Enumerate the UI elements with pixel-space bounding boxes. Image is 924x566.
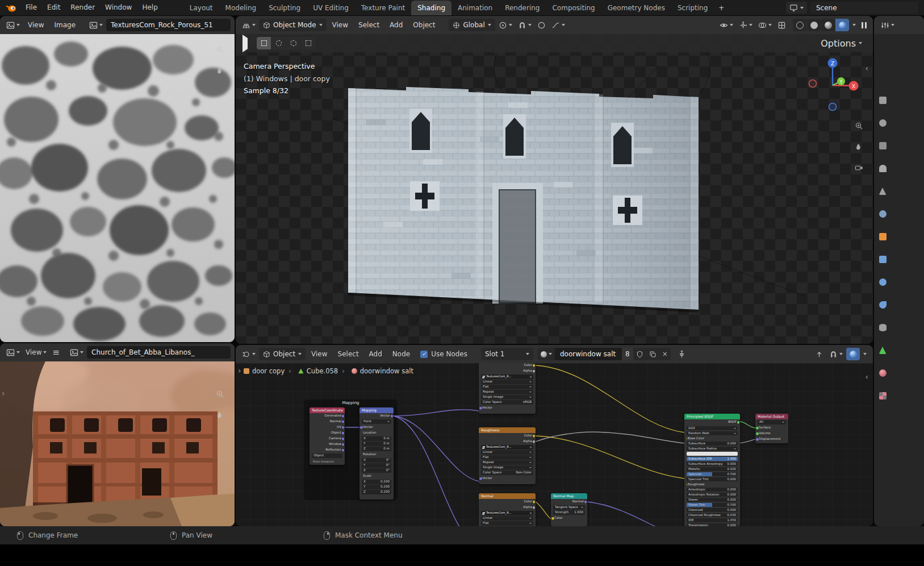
- properties-tab[interactable]: [879, 119, 887, 127]
- shading-rendered-button[interactable]: [835, 19, 849, 31]
- mode-dropdown[interactable]: Object Mode: [259, 19, 327, 31]
- go-to-parent-button[interactable]: [813, 348, 826, 360]
- node-image-texture-normal[interactable]: Normal Color Alpha TexturesCom_R... Line…: [479, 493, 536, 526]
- node-dropdown[interactable]: Repeat: [481, 390, 533, 394]
- proportional-edit-toggle[interactable]: [535, 19, 548, 31]
- node-input-socket[interactable]: Vector: [359, 424, 394, 430]
- workspace-tab[interactable]: Sculpting: [262, 1, 307, 15]
- editor-type-button[interactable]: [4, 19, 22, 31]
- shader-menu-item[interactable]: Select: [333, 345, 363, 363]
- node-input-socket[interactable]: Vector: [479, 405, 536, 411]
- node-output-socket[interactable]: BSDF: [684, 419, 740, 425]
- unlink-x-icon[interactable]: [529, 511, 532, 515]
- sidebar-toggle-icon[interactable]: [865, 64, 868, 73]
- shading-solid-button[interactable]: [807, 19, 821, 31]
- editor-type-button[interactable]: [240, 348, 258, 360]
- select-circle-button[interactable]: [271, 37, 286, 49]
- reference-photo-view[interactable]: [0, 361, 235, 526]
- target-dropdown[interactable]: All: [758, 420, 786, 424]
- image-name-field[interactable]: Church_of_Bet_Abba_Libanos_: [87, 346, 231, 359]
- fake-user-button[interactable]: [633, 348, 646, 360]
- node-output-socket[interactable]: Camera: [310, 436, 345, 442]
- menu-item[interactable]: Edit: [42, 0, 65, 15]
- menu-item[interactable]: Help: [137, 0, 162, 15]
- node-input-socket[interactable]: Color: [551, 515, 587, 521]
- breadcrumb-item[interactable]: doorwindow salt: [338, 367, 413, 375]
- value-field[interactable]: Y0.200: [362, 485, 391, 489]
- bsdf-row[interactable]: Sheen 0.000: [687, 498, 738, 502]
- unlink-x-icon[interactable]: [529, 375, 532, 378]
- navigation-gizmo[interactable]: Z X Y: [807, 57, 862, 114]
- overlays-dropdown[interactable]: [756, 19, 774, 31]
- mapping-type-dropdown[interactable]: Point: [362, 419, 391, 424]
- pivot-point-dropdown[interactable]: [496, 19, 515, 31]
- snap-dropdown[interactable]: [516, 19, 534, 31]
- editor-type-button[interactable]: [240, 19, 258, 31]
- use-nodes-toggle[interactable]: Use Nodes: [420, 350, 467, 358]
- properties-tab[interactable]: [879, 142, 887, 149]
- bsdf-row[interactable]: Subsurface Radius: [687, 447, 738, 451]
- workspace-tab[interactable]: Animation: [451, 1, 499, 15]
- material-browse-button[interactable]: [538, 348, 555, 360]
- workspace-tab[interactable]: Layout: [183, 1, 219, 15]
- properties-tab[interactable]: [879, 165, 887, 172]
- material-users-count[interactable]: 8: [622, 348, 633, 360]
- visibility-dropdown[interactable]: [717, 19, 735, 31]
- value-field[interactable]: X0 m: [362, 436, 391, 441]
- view-menu[interactable]: View: [23, 16, 48, 34]
- node-mapping[interactable]: Mapping Vector Point Vector Location X0 …: [359, 407, 394, 500]
- node-output-socket[interactable]: Generated: [310, 413, 345, 419]
- node-input-socket[interactable]: Surface: [755, 425, 788, 431]
- node-input-socket[interactable]: Vector: [479, 476, 536, 481]
- material-name-field[interactable]: doorwindow salt: [555, 348, 622, 360]
- node-input-socket[interactable]: Volume: [755, 431, 788, 436]
- menu-item[interactable]: Window: [100, 0, 137, 15]
- node-output-socket[interactable]: Window: [310, 442, 345, 447]
- node-dropdown[interactable]: Linear: [481, 450, 533, 455]
- bsdf-row[interactable]: Anisotropic 0.000: [687, 488, 738, 492]
- node-output-socket[interactable]: Color: [479, 499, 536, 505]
- transform-orientation-dropdown[interactable]: Global: [449, 19, 495, 31]
- shader-menu-item[interactable]: View: [307, 345, 332, 363]
- bsdf-row[interactable]: Specular 0.500: [687, 472, 738, 476]
- bsdf-row[interactable]: Roughness: [687, 482, 738, 486]
- tweak-tool-button[interactable]: [243, 38, 248, 49]
- breadcrumb-item[interactable]: door copy: [244, 367, 285, 375]
- overlay-dropdown[interactable]: [861, 348, 869, 360]
- bsdf-row[interactable]: Subsurface Anisotropy 0.000: [687, 462, 738, 466]
- bsdf-row[interactable]: Base Color: [687, 436, 738, 440]
- node-texture-coordinate[interactable]: TextureCoordinate GeneratedNormalUVObjec…: [310, 407, 345, 465]
- menu-item[interactable]: File: [20, 0, 42, 15]
- pause-render-button[interactable]: [859, 19, 869, 31]
- editor-type-button[interactable]: [4, 346, 22, 359]
- node-output-socket[interactable]: Alpha: [479, 368, 536, 374]
- value-field[interactable]: Z0 m: [362, 447, 391, 451]
- falloff-dropdown[interactable]: [549, 19, 567, 31]
- node-header[interactable]: TextureCoordinate: [310, 407, 345, 413]
- workspace-tab[interactable]: Compositing: [546, 1, 601, 15]
- snap-dropdown[interactable]: [827, 348, 845, 360]
- node-material-output[interactable]: Material Output All SurfaceVolumeDisplac…: [755, 414, 788, 443]
- image-datablock-button[interactable]: [68, 346, 86, 359]
- workspace-tab[interactable]: Rendering: [499, 1, 546, 15]
- value-field[interactable]: X0°: [362, 458, 391, 463]
- workspace-tab[interactable]: Geometry Nodes: [601, 1, 671, 15]
- node-image-texture-base[interactable]: Color Alpha TexturesCom_R... LinearFlatR…: [479, 363, 536, 414]
- colorspace-field[interactable]: Color SpacesRGB: [481, 400, 533, 405]
- workspace-tab[interactable]: Modeling: [219, 1, 263, 15]
- node-dropdown[interactable]: Repeat: [481, 460, 533, 465]
- node-input-socket[interactable]: Displacement: [755, 436, 788, 442]
- viewport-menu-item[interactable]: Select: [354, 16, 384, 34]
- properties-tab[interactable]: [879, 369, 887, 377]
- node-dropdown[interactable]: Linear: [481, 380, 533, 384]
- select-lasso-button[interactable]: [286, 37, 300, 49]
- node-canvas[interactable]: door copy Cube.058 doorwindow salt Mappi…: [236, 363, 873, 526]
- image-datablock-field[interactable]: TexturesCom_R...: [481, 445, 533, 450]
- node-header[interactable]: Mapping: [359, 407, 394, 413]
- value-field[interactable]: Z0.200: [362, 490, 391, 494]
- from-instancer-label[interactable]: From Instancer: [310, 459, 345, 464]
- toolbar-expand-icon[interactable]: [2, 389, 5, 398]
- workspace-tab[interactable]: Scripting: [671, 1, 714, 15]
- node-dropdown[interactable]: Flat: [481, 455, 533, 460]
- bsdf-row[interactable]: Random Walk: [687, 431, 738, 435]
